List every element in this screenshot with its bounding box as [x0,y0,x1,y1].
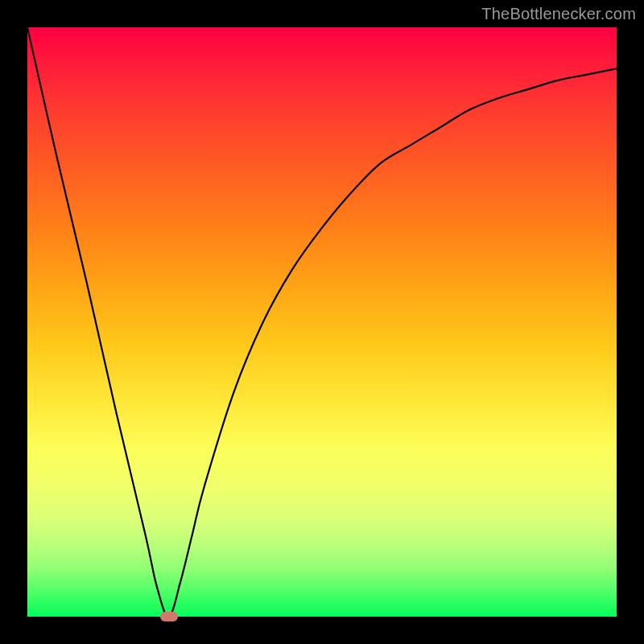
minimum-marker [160,612,178,621]
bottleneck-curve [27,27,617,617]
plot-area [27,27,617,617]
chart-frame: TheBottlenecker.com [0,0,644,644]
watermark-text: TheBottlenecker.com [481,5,636,23]
